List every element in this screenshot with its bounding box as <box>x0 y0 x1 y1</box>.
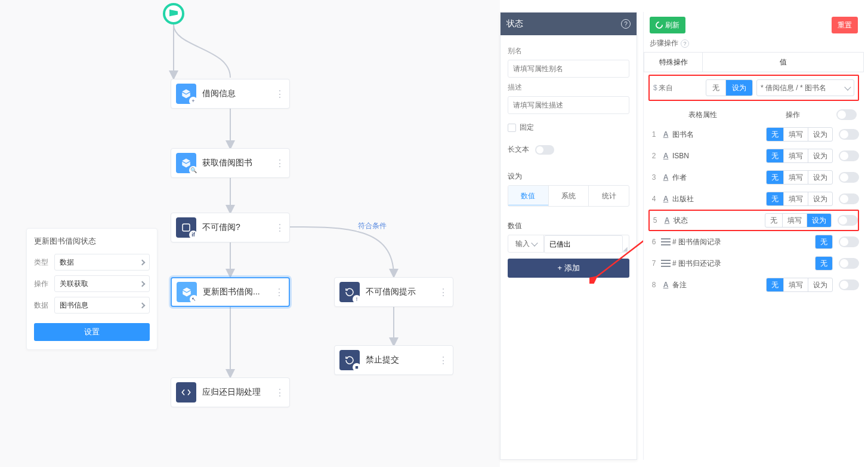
row-toggle[interactable] <box>839 279 859 290</box>
btn-setas[interactable]: 设为 <box>808 192 832 205</box>
chevron-down-icon <box>531 239 538 246</box>
row-name: 备注 <box>672 280 766 290</box>
seg-system[interactable]: 系统 <box>548 186 589 206</box>
row-toggle[interactable] <box>839 258 859 269</box>
btn-none[interactable]: 无 <box>767 278 783 291</box>
btn-fill[interactable]: 填写 <box>783 171 808 184</box>
node-menu-icon[interactable]: ⋮ <box>437 287 449 298</box>
btn-none[interactable]: 无 <box>767 149 783 162</box>
btn-setas[interactable]: 设为 <box>725 80 752 96</box>
row-number: 5 <box>650 216 660 225</box>
seg-numeric[interactable]: 数值 <box>508 185 549 205</box>
node-menu-icon[interactable]: ⋮ <box>273 287 285 298</box>
node-if-borrowable[interactable]: if 不可借阅? ⋮ <box>171 213 290 242</box>
refresh-button[interactable]: 刷新 <box>650 17 685 33</box>
node-borrow-info[interactable]: + 借阅信息 ⋮ <box>171 79 290 109</box>
help-icon[interactable]: ? <box>681 39 689 48</box>
data-select[interactable]: 图书信息 <box>54 297 150 314</box>
btn-none[interactable]: 无 <box>816 257 832 270</box>
desc-input[interactable] <box>508 96 629 114</box>
btn-setas[interactable]: 设为 <box>808 149 832 162</box>
node-menu-icon[interactable]: ⋮ <box>274 88 286 100</box>
node-menu-icon[interactable]: ⋮ <box>274 387 286 398</box>
help-icon[interactable]: ? <box>621 19 631 29</box>
node-menu-icon[interactable]: ⋮ <box>437 355 449 366</box>
btn-fill[interactable]: 填写 <box>783 192 808 205</box>
btn-none[interactable]: 无 <box>706 80 725 96</box>
row-number: 7 <box>648 259 659 268</box>
settings-button[interactable]: 设置 <box>34 323 150 341</box>
master-toggle[interactable] <box>836 109 857 120</box>
node-menu-icon[interactable]: ⋮ <box>274 222 286 234</box>
relation-icon <box>661 238 671 245</box>
btn-none[interactable]: 无 <box>767 171 783 184</box>
btn-none[interactable]: 无 <box>767 192 783 205</box>
text-field-icon: A <box>663 130 669 139</box>
table-row: 6 # 图书借阅记录 无 <box>648 231 859 253</box>
btn-none[interactable]: 无 <box>767 128 783 141</box>
checkbox-icon <box>508 124 516 132</box>
btn-fill[interactable]: 填写 <box>783 278 808 291</box>
btn-setas[interactable]: 设为 <box>808 278 832 291</box>
start-node[interactable] <box>163 3 184 24</box>
row-toggle[interactable] <box>838 215 858 226</box>
alias-input[interactable] <box>508 60 629 78</box>
value-input[interactable] <box>544 235 623 253</box>
setas-segment: 数值 系统 统计 <box>508 185 629 207</box>
type-select[interactable]: 数据 <box>54 254 150 271</box>
add-button[interactable]: + 添加 <box>508 259 629 278</box>
table-row: 2 A ISBN 无 填写 设为 <box>648 145 859 167</box>
row-number: 8 <box>648 281 659 289</box>
workflow-canvas[interactable]: + 借阅信息 ⋮ 🔍 获取借阅图书 ⋮ if 不可借阅? ⋮ 符合条件 <box>0 0 500 467</box>
seg-stat[interactable]: 统计 <box>588 186 629 206</box>
node-get-book[interactable]: 🔍 获取借阅图书 ⋮ <box>171 148 290 178</box>
th-attr: 表格属性 <box>651 110 754 120</box>
text-field-icon: A <box>663 281 669 289</box>
op-select[interactable]: 关联获取 <box>54 275 150 292</box>
from-label: 来自 <box>659 83 673 93</box>
btn-none[interactable]: 无 <box>765 214 782 227</box>
chevron-right-icon <box>140 279 144 288</box>
btn-fill[interactable]: 填写 <box>783 149 808 162</box>
row-toggle[interactable] <box>839 193 859 204</box>
btn-none[interactable]: 无 <box>816 235 832 248</box>
node-settings-card: 更新图书借阅状态 类型 数据 操作 关联获取 数据 图书信息 <box>26 228 157 350</box>
btn-fill[interactable]: 填写 <box>782 214 807 227</box>
node-menu-icon[interactable]: ⋮ <box>274 158 286 169</box>
longtext-toggle[interactable] <box>535 145 554 155</box>
node-title: 获取借阅图书 <box>202 158 274 168</box>
node-due-date[interactable]: 应归还日期处理 ⋮ <box>171 377 290 407</box>
resize-grip-icon: ◢ <box>623 245 629 252</box>
btn-setas[interactable]: 设为 <box>808 171 832 184</box>
alias-label: 别名 <box>508 46 629 56</box>
row-toggle[interactable] <box>839 172 859 183</box>
node-forbid-submit[interactable]: ■ 禁止提交 ⋮ <box>334 345 453 375</box>
attr-rows: 1 A 图书名 无 填写 设为 2 A ISBN 无 填写 设为 3 A 作者 … <box>644 124 864 296</box>
row-name: 作者 <box>672 173 766 183</box>
value-mode-select[interactable]: 输入 <box>508 235 544 252</box>
panel-header: 状态 ? <box>501 13 637 35</box>
node-title: 更新图书借阅... <box>203 287 273 297</box>
node-update-status[interactable]: ↖ 更新图书借阅... ⋮ <box>171 277 290 307</box>
row-toggle[interactable] <box>839 150 859 161</box>
table-row: 7 # 图书归还记录 无 <box>648 253 859 274</box>
reset-button[interactable]: 重置 <box>832 17 858 33</box>
row-toggle[interactable] <box>839 129 859 140</box>
btn-setas[interactable]: 设为 <box>808 128 832 141</box>
from-select[interactable]: * 借阅信息 / * 图书名 <box>756 79 854 96</box>
plus-badge-icon: + <box>189 97 197 105</box>
btn-fill[interactable]: 填写 <box>783 128 808 141</box>
row-name: # 图书归还记录 <box>672 259 815 269</box>
table-row: 3 A 作者 无 填写 设为 <box>648 167 859 188</box>
fixed-checkbox[interactable]: 固定 <box>508 122 629 133</box>
stop-badge-icon: ■ <box>353 363 361 371</box>
arrow-badge-icon: ↖ <box>190 295 198 303</box>
value-row: 输入 ◢ <box>508 235 629 253</box>
node-warn[interactable]: ! 不可借阅提示 ⋮ <box>334 277 453 307</box>
longtext-label: 长文本 <box>508 145 529 155</box>
condition-icon: if <box>176 217 196 238</box>
btn-setas[interactable]: 设为 <box>807 214 831 227</box>
cube-icon: ↖ <box>177 282 197 302</box>
row-toggle[interactable] <box>839 236 859 247</box>
node-title: 禁止提交 <box>366 355 437 365</box>
